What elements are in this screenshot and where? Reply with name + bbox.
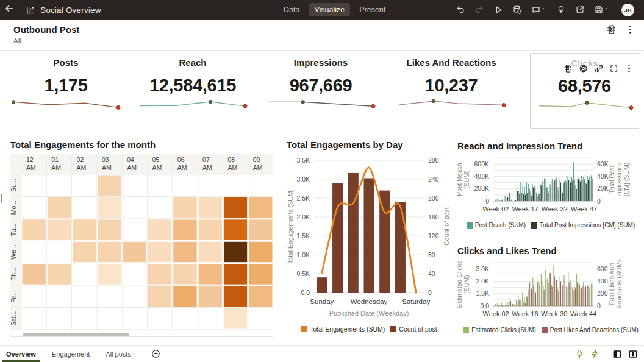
- trend-bar[interactable]: [507, 302, 508, 306]
- trend-bar[interactable]: [543, 186, 543, 201]
- trend-bar[interactable]: [589, 289, 589, 306]
- trend-bar[interactable]: [567, 288, 567, 306]
- trend-bar[interactable]: [586, 184, 587, 201]
- trend-bar[interactable]: [541, 185, 542, 201]
- heatmap-cell[interactable]: [199, 286, 222, 307]
- trend-bar[interactable]: [504, 201, 504, 201]
- heatmap-cell[interactable]: [173, 219, 196, 240]
- heatmap-cell[interactable]: [48, 264, 71, 284]
- trend-bar[interactable]: [493, 305, 493, 306]
- trend-bar[interactable]: [501, 303, 502, 306]
- trend-bar[interactable]: [499, 201, 499, 201]
- trend-bar[interactable]: [544, 178, 545, 201]
- trend-bar[interactable]: [506, 305, 507, 306]
- trend-bar[interactable]: [590, 181, 590, 201]
- open-in-new-button[interactable]: [575, 5, 585, 15]
- trend-bar[interactable]: [503, 201, 503, 201]
- trend-bar[interactable]: [549, 194, 549, 201]
- trend-bar[interactable]: [501, 200, 502, 201]
- trend-bar[interactable]: [499, 305, 500, 306]
- trend-bar[interactable]: [522, 293, 523, 306]
- trend-bar[interactable]: [528, 184, 529, 201]
- kpi-card-impressions[interactable]: Impressions967,669: [260, 53, 382, 129]
- trend-bar[interactable]: [569, 282, 570, 306]
- trend-bar[interactable]: [536, 193, 537, 201]
- trend-bar[interactable]: [515, 200, 516, 201]
- trend-bar[interactable]: [590, 288, 590, 306]
- trend-bar[interactable]: [494, 201, 495, 201]
- traffic-light-icon[interactable]: [606, 24, 617, 35]
- heatmap-cell[interactable]: [199, 219, 222, 240]
- trend-bar[interactable]: [560, 277, 560, 306]
- trend-bar[interactable]: [551, 186, 551, 201]
- trend-bar[interactable]: [527, 193, 528, 201]
- trend-bar[interactable]: [556, 177, 557, 201]
- trend-bar[interactable]: [567, 183, 567, 201]
- kpi-card-likes-and-reactions[interactable]: Likes And Reactions10,237: [390, 53, 512, 129]
- trend-bar[interactable]: [568, 272, 568, 306]
- trend-bar[interactable]: [560, 178, 560, 201]
- trend-bar[interactable]: [562, 193, 563, 201]
- trend-bar[interactable]: [554, 180, 555, 201]
- trend-bar[interactable]: [553, 183, 553, 201]
- trend-bar[interactable]: [538, 194, 538, 201]
- trend-bar[interactable]: [493, 201, 493, 201]
- trend-bar[interactable]: [562, 283, 562, 306]
- trend-bar[interactable]: [587, 176, 588, 201]
- trend-bar[interactable]: [512, 304, 513, 306]
- trend-bar[interactable]: [506, 301, 506, 306]
- user-avatar[interactable]: JH: [621, 4, 634, 16]
- trend-bar[interactable]: [587, 285, 587, 306]
- target-icon[interactable]: [579, 64, 588, 73]
- heatmap-cell[interactable]: [23, 219, 46, 240]
- trend-bar[interactable]: [510, 298, 510, 306]
- trend-bar[interactable]: [541, 274, 542, 306]
- trend-bar[interactable]: [575, 185, 576, 201]
- trend-bar[interactable]: [581, 288, 582, 306]
- trend-bar[interactable]: [496, 199, 496, 201]
- trend-bar[interactable]: [533, 285, 534, 307]
- trend-bar[interactable]: [585, 183, 585, 201]
- trend-bar[interactable]: [556, 183, 556, 201]
- trend-bar[interactable]: [515, 305, 515, 306]
- combo-bar[interactable]: [348, 173, 359, 293]
- trend-bar[interactable]: [544, 290, 545, 306]
- heatmap-cell[interactable]: [73, 242, 96, 262]
- trend-bar[interactable]: [560, 183, 561, 201]
- trend-bar[interactable]: [575, 288, 576, 306]
- trend-bar[interactable]: [503, 305, 504, 306]
- back-button[interactable]: [0, 0, 18, 20]
- add-page-button[interactable]: [151, 349, 160, 358]
- heatmap-cell[interactable]: [98, 176, 121, 196]
- trend-bar[interactable]: [520, 300, 521, 306]
- trend-bar[interactable]: [537, 275, 537, 306]
- trend-bar[interactable]: [547, 279, 548, 306]
- trend-bar[interactable]: [520, 182, 521, 201]
- trend-bar[interactable]: [584, 179, 584, 201]
- trend-bar[interactable]: [560, 281, 561, 306]
- trend-bar[interactable]: [529, 189, 529, 201]
- trend-bar[interactable]: [571, 286, 571, 306]
- trend-bar[interactable]: [552, 179, 553, 201]
- trend-bar[interactable]: [559, 190, 559, 201]
- heatmap-cell[interactable]: [123, 242, 146, 262]
- trend-bar[interactable]: [579, 180, 580, 201]
- trend-bar[interactable]: [535, 288, 535, 306]
- trend-bar[interactable]: [562, 286, 563, 306]
- trend-bar[interactable]: [568, 180, 569, 201]
- trend-bar[interactable]: [526, 183, 527, 201]
- page-tab-all-posts[interactable]: All posts: [101, 346, 135, 362]
- traffic-light-icon[interactable]: [564, 64, 573, 73]
- combo-bar[interactable]: [364, 178, 374, 293]
- trend-bar[interactable]: [540, 185, 540, 201]
- plug-icon[interactable]: [575, 349, 584, 358]
- trend-bar[interactable]: [557, 289, 558, 306]
- combo-bar[interactable]: [395, 202, 406, 293]
- trend-bar[interactable]: [537, 282, 538, 306]
- combo-bar[interactable]: [317, 277, 327, 293]
- trend-bar[interactable]: [498, 199, 498, 201]
- trend-bar[interactable]: [548, 282, 548, 306]
- trend-bar[interactable]: [529, 282, 530, 306]
- trend-bar[interactable]: [507, 196, 507, 201]
- trend-bar[interactable]: [526, 296, 527, 306]
